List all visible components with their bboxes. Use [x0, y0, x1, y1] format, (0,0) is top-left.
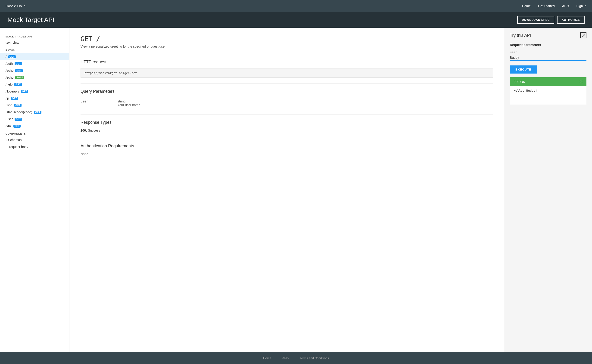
response-types-section-title: Response Types [80, 120, 493, 125]
endpoint-desc: View a personalized greeting for the spe… [80, 45, 493, 48]
param-desc-user: Your user name. [118, 103, 493, 107]
divider-2 [80, 83, 493, 84]
path-iloveapis-get[interactable]: /iloveapis GET [0, 88, 69, 95]
path-xml-get[interactable]: /xml GET [0, 123, 69, 130]
param-type-user: string [118, 99, 493, 103]
badge-get-auth: GET [15, 62, 22, 65]
path-echo-post[interactable]: /echo POST [0, 74, 69, 81]
sidebar-components-title: COMPONENTS [0, 130, 69, 136]
endpoint-title: GET / [80, 35, 493, 43]
response-status-text: 200 OK [513, 80, 525, 84]
badge-get-iloveapis: GET [21, 90, 28, 93]
google-cloud-logo: Google Cloud [6, 4, 26, 8]
authorize-button[interactable]: AUTHORIZE [557, 16, 585, 24]
title-bar-buttons: DOWNLOAD SPEC AUTHORIZE [517, 16, 585, 24]
table-row: user string Your user name. [80, 98, 493, 109]
path-user-text: /user [6, 117, 13, 121]
footer-terms-link[interactable]: Terms and Conditions [300, 356, 329, 360]
download-spec-button[interactable]: DOWNLOAD SPEC [517, 16, 554, 24]
path-help-get[interactable]: /help GET [0, 81, 69, 88]
try-panel: Try this API ⤢ Request parameters user E… [504, 28, 592, 352]
home-link[interactable]: Home [522, 4, 531, 8]
path-echo-get[interactable]: /echo GET [0, 67, 69, 74]
path-echo-post-text: /echo [6, 76, 13, 79]
response-code-200: 200: [80, 129, 87, 132]
badge-get-ip: GET [11, 97, 18, 100]
main-layout: MOCK TARGET API Overview PATHS / GET /au… [0, 28, 592, 352]
badge-get-help: GET [14, 83, 22, 86]
footer-apis-link[interactable]: APIs [282, 356, 289, 360]
top-nav-links: Home Get Started APIs Sign In [522, 4, 586, 8]
response-close-button[interactable]: ✕ [579, 79, 583, 84]
path-json-get[interactable]: /json GET [0, 102, 69, 109]
params-table: user string Your user name. [80, 98, 493, 109]
path-echo-get-text: /echo [6, 69, 13, 72]
request-params-label: Request parameters [510, 43, 586, 47]
http-request-box: https://mocktarget.apigee.net [80, 68, 493, 78]
footer: Home APIs Terms and Conditions [0, 352, 592, 364]
page-title: Mock Target API [7, 16, 54, 24]
badge-get-root: GET [8, 55, 16, 58]
path-user-get[interactable]: /user GET [0, 116, 69, 123]
try-panel-header: Try this API ⤢ [510, 32, 586, 38]
badge-get-statuscode: GET [34, 111, 41, 114]
response-status-box: 200 OK ✕ [510, 77, 586, 86]
schema-request-body[interactable]: request-body [0, 143, 69, 150]
badge-get-echo: GET [15, 69, 23, 72]
sidebar-paths-title: PATHS [0, 46, 69, 53]
path-help-text: /help [6, 83, 13, 86]
user-param-label: user [510, 50, 586, 54]
sign-in-link[interactable]: Sign In [576, 4, 586, 8]
sidebar-schemas-collapse[interactable]: ▾ Schemas [0, 136, 69, 143]
badge-get-xml: GET [13, 125, 21, 128]
path-statuscode-get[interactable]: /statuscode/{code} GET [0, 109, 69, 116]
response-desc-200: Success [88, 129, 100, 132]
response-body: Hello, Buddy! [510, 86, 586, 104]
path-auth-get[interactable]: /auth GET [0, 60, 69, 67]
param-name-user: user [80, 98, 118, 109]
response-types: 200: Success [80, 129, 493, 132]
apis-link[interactable]: APIs [562, 4, 569, 8]
badge-get-json: GET [14, 104, 22, 107]
divider-1 [80, 54, 493, 54]
user-input[interactable] [510, 55, 586, 61]
badge-get-user: GET [15, 118, 22, 121]
path-root-get[interactable]: / GET [0, 53, 69, 60]
get-started-link[interactable]: Get Started [538, 4, 555, 8]
path-json-text: /json [6, 103, 13, 107]
sidebar: MOCK TARGET API Overview PATHS / GET /au… [0, 28, 69, 352]
main-content: GET / View a personalized greeting for t… [69, 28, 504, 352]
chevron-down-icon: ▾ [6, 139, 7, 141]
title-bar: Mock Target API DOWNLOAD SPEC AUTHORIZE [0, 12, 592, 28]
schemas-label: Schemas [8, 138, 21, 142]
path-auth-text: /auth [6, 62, 13, 65]
http-request-section-title: HTTP request [80, 60, 493, 65]
query-params-section-title: Query Parameters [80, 89, 493, 94]
path-iloveapis-text: /iloveapis [6, 90, 19, 93]
path-xml-text: /xml [6, 124, 12, 128]
sidebar-api-title: MOCK TARGET API [0, 32, 69, 39]
footer-home-link[interactable]: Home [263, 356, 271, 360]
path-statuscode-text: /statuscode/{code} [6, 110, 32, 114]
execute-button[interactable]: EXECUTE [510, 65, 537, 73]
path-ip-text: /ip [6, 97, 9, 100]
badge-post-echo: POST [15, 76, 24, 79]
divider-3 [80, 114, 493, 115]
expand-panel-button[interactable]: ⤢ [580, 32, 586, 38]
auth-value: None. [80, 152, 493, 156]
sidebar-overview[interactable]: Overview [0, 39, 69, 46]
auth-section-title: Authentication Requirements [80, 144, 493, 149]
path-root-text: / [6, 55, 7, 58]
try-panel-title: Try this API [510, 33, 531, 38]
param-details-user: string Your user name. [118, 98, 493, 109]
path-ip-get[interactable]: /ip GET [0, 95, 69, 102]
top-nav: Google Cloud Home Get Started APIs Sign … [0, 0, 592, 12]
